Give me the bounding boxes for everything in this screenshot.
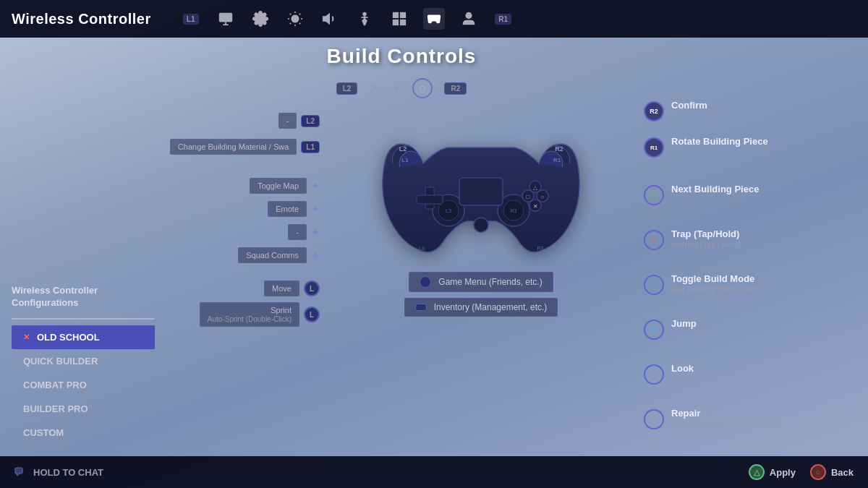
svg-line-8: [299, 23, 300, 24]
r1-button-badge: R1: [644, 137, 664, 158]
dash-label: -: [288, 224, 307, 240]
svg-rect-15: [393, 13, 397, 17]
r2-button-badge: R2: [644, 101, 664, 121]
svg-rect-18: [401, 20, 405, 25]
sidebar: Wireless Controller Configurations OLD S…: [0, 38, 166, 488]
build-controls-title: Build Controls: [327, 45, 477, 68]
r-stick-badge2: R: [644, 409, 664, 429]
svg-text:○: ○: [541, 194, 545, 200]
svg-line-11: [290, 23, 291, 24]
action-trap: ○ Trap (Tap/Hold) Interact (Tap / Hold): [644, 224, 854, 254]
accessibility-icon[interactable]: [354, 8, 375, 30]
page-title: Wireless Controller: [12, 11, 151, 27]
back-label: Back: [831, 467, 854, 478]
svg-rect-17: [393, 20, 397, 25]
center-area: Build Controls L2 ✕ ✦ ○ R2 - L2 Change B…: [166, 38, 637, 488]
brightness-icon[interactable]: [284, 8, 306, 30]
hold-to-chat: HOLD TO CHAT: [14, 467, 103, 478]
svg-rect-16: [401, 13, 405, 17]
l2-label: -: [278, 113, 297, 129]
profile-icon[interactable]: [458, 8, 480, 30]
sidebar-divider: [12, 318, 155, 320]
look-action-main: Look: [671, 363, 694, 374]
controller-diagram: △ □ ○ ✕ SHARE OPTIONS: [326, 106, 637, 327]
svg-text:L1: L1: [401, 157, 409, 163]
rotate-action-main: Rotate Building Piece: [671, 136, 768, 147]
sidebar-item-quick-builder[interactable]: QUICK BUILDER: [12, 349, 155, 373]
svg-line-7: [290, 14, 291, 14]
svg-text:R2: R2: [555, 145, 563, 153]
svg-text:R3: R3: [537, 246, 544, 251]
svg-marker-13: [323, 14, 329, 24]
action-next-building: △ Next Building Piece: [644, 179, 854, 210]
svg-point-14: [363, 13, 366, 16]
inventory-label: Inventory (Management, etc.): [404, 298, 558, 317]
r2-badge: R2: [444, 82, 467, 95]
top-navigation-bar: Wireless Controller L1: [0, 0, 868, 38]
controller-icon[interactable]: [423, 8, 445, 30]
emote-label: Emote: [268, 201, 307, 217]
circle-button-badge: ○: [644, 230, 664, 250]
l1-label: Change Building Material / Swa: [170, 139, 297, 155]
svg-text:R3: R3: [511, 208, 517, 213]
bottom-actions: △ Apply ○ Back: [749, 464, 854, 480]
sprint-label: SprintAuto-Sprint (Double-Click): [200, 302, 299, 327]
nav-r1-badge[interactable]: R1: [493, 8, 514, 30]
inventory-text: Inventory (Management, etc.): [434, 302, 548, 312]
action-jump: ✕ Jump: [644, 314, 854, 344]
back-button[interactable]: ○ Back: [810, 464, 854, 480]
l2-badge: L2: [336, 82, 358, 95]
repair-action-main: Repair: [671, 408, 782, 419]
sidebar-item-old-school[interactable]: OLD SCHOOL: [12, 325, 155, 349]
sidebar-item-label: COMBAT PRO: [23, 380, 87, 390]
sidebar-item-label: QUICK BUILDER: [23, 356, 98, 367]
apply-label: Apply: [770, 467, 796, 478]
sidebar-item-builder-pro[interactable]: BUILDER PRO: [12, 397, 155, 421]
sidebar-item-label: OLD SCHOOL: [37, 332, 100, 343]
confirm-action-main: Confirm: [671, 100, 707, 111]
svg-text:△: △: [533, 184, 538, 191]
right-panel: R2 Confirm R1 Rotate Building Piece △ Ne…: [637, 38, 868, 488]
r-stick-badge: R: [644, 364, 664, 385]
monitor-icon[interactable]: [215, 8, 237, 30]
main-content: Wireless Controller Configurations OLD S…: [0, 38, 868, 488]
sidebar-item-label: BUILDER PRO: [23, 403, 88, 414]
svg-text:L3: L3: [446, 208, 451, 213]
action-look: R Look: [644, 359, 854, 389]
action-confirm: R2 Confirm: [644, 95, 854, 126]
trap-action-sub: Interact (Tap / Hold): [671, 240, 741, 249]
action-repair: R Repair Reset Building Edit (Edit Mode): [644, 403, 854, 434]
sidebar-item-label: CUSTOM: [23, 427, 64, 438]
sidebar-item-combat-pro[interactable]: COMBAT PRO: [12, 373, 155, 397]
jump-action-main: Jump: [671, 318, 697, 329]
action-toggle-build: □ Toggle Build Mode Edit Building Piece …: [644, 269, 854, 299]
nav-l1-badge[interactable]: L1: [180, 8, 202, 30]
nav-icons-group: L1: [180, 8, 514, 30]
settings-icon[interactable]: [250, 8, 271, 30]
svg-rect-48: [15, 468, 22, 474]
squad-comms-label: Squad Comms: [238, 247, 307, 263]
apply-button[interactable]: △ Apply: [749, 464, 796, 480]
svg-point-39: [474, 218, 488, 232]
trap-action-main: Trap (Tap/Hold): [671, 228, 741, 239]
bottom-bar: HOLD TO CHAT △ Apply ○ Back: [0, 456, 868, 488]
action-rotate: R1 Rotate Building Piece: [644, 132, 854, 162]
toggle-map-label: Toggle Map: [250, 178, 307, 194]
svg-rect-0: [219, 13, 232, 22]
svg-point-4: [292, 15, 298, 22]
move-label: Move: [264, 281, 299, 296]
svg-rect-38: [459, 178, 503, 205]
svg-text:L3: L3: [419, 246, 425, 251]
next-building-main: Next Building Piece: [671, 184, 759, 194]
audio-icon[interactable]: [319, 8, 341, 30]
toggle-build-main: Toggle Build Mode: [671, 273, 762, 284]
sidebar-item-custom[interactable]: CUSTOM: [12, 421, 155, 445]
x-button-badge: ✕: [644, 320, 664, 340]
triangle-button-badge: △: [644, 185, 664, 205]
svg-point-19: [466, 13, 471, 18]
svg-text:✕: ✕: [533, 203, 538, 210]
square-button-badge: □: [644, 275, 664, 295]
repair-action-sub: Reset Building Edit (Edit Mode): [671, 419, 782, 428]
grid-icon[interactable]: [388, 8, 410, 30]
svg-text:□: □: [527, 194, 530, 200]
